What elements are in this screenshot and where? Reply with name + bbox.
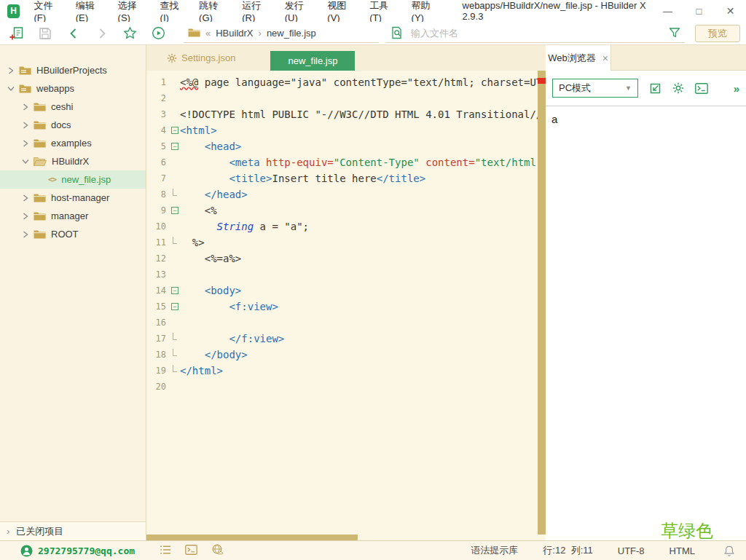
menu-view[interactable]: 视图(V)	[320, 0, 362, 23]
code-line-14[interactable]: 14− <body>	[146, 283, 546, 299]
navigate-forward-button[interactable]	[93, 24, 111, 43]
tree-item-HBuilderProjects[interactable]: HBuilderProjects	[0, 61, 146, 79]
tree-item-docs[interactable]: docs	[0, 116, 146, 134]
menu-file[interactable]: 文件(F)	[26, 0, 68, 23]
tree-item-webapps[interactable]: webapps	[0, 79, 146, 98]
horizontal-scrollbar[interactable]	[146, 535, 358, 540]
code-line-11[interactable]: 11 %>	[146, 234, 546, 251]
tree-chevron[interactable]	[19, 140, 31, 147]
tree-item-manager[interactable]: manager	[0, 207, 146, 225]
breadcrumb-current[interactable]: new_file.jsp	[267, 28, 316, 39]
line-number: 2	[146, 93, 170, 103]
breadcrumb-collapse-icon[interactable]: «	[205, 28, 211, 39]
tree-chevron[interactable]	[19, 122, 31, 129]
new-file-button[interactable]	[7, 24, 25, 43]
tree-chevron[interactable]	[4, 67, 17, 74]
maximize-button[interactable]: □	[683, 6, 715, 17]
menu-publish[interactable]: 发行(U)	[278, 0, 321, 23]
code-line-3[interactable]: 3<!DOCTYPE html PUBLIC "-//W3C//DTD HTML…	[146, 106, 546, 122]
fold-collapse-icon[interactable]: −	[171, 303, 178, 310]
menu-edit[interactable]: 编辑(E)	[68, 0, 111, 23]
code-line-1[interactable]: 1<%@ page language="java" contentType="t…	[146, 74, 546, 90]
code-line-9[interactable]: 9− <%	[146, 202, 546, 218]
code-line-12[interactable]: 12 <%=a%>	[146, 251, 546, 267]
outline-button[interactable]	[160, 545, 171, 557]
code-line-17[interactable]: 17 </f:view>	[146, 331, 546, 347]
search-input[interactable]	[411, 28, 661, 39]
menu-tools[interactable]: 工具(T)	[362, 0, 404, 23]
terminal-button[interactable]	[185, 545, 197, 557]
tree-item-new_file.jsp[interactable]: <>new_file.jsp	[0, 170, 146, 189]
file-search-box	[386, 24, 685, 43]
filetype-item[interactable]: HTML	[670, 545, 695, 556]
browser-settings-button[interactable]	[672, 82, 684, 94]
syntax-lib-item[interactable]: 语法提示库	[471, 544, 518, 557]
code-line-7[interactable]: 7 <title>Insert title here</title>	[146, 170, 546, 186]
rendered-page-text: a	[551, 113, 557, 125]
tree-item-HBuildrX[interactable]: HBuildrX	[0, 152, 146, 170]
closed-projects-row[interactable]: › 已关闭项目	[0, 521, 146, 540]
fold-gutter: −	[170, 143, 180, 150]
vertical-scrollbar[interactable]	[538, 71, 546, 535]
code-line-5[interactable]: 5− <head>	[146, 138, 546, 154]
save-button[interactable]	[36, 24, 54, 43]
fold-collapse-icon[interactable]: −	[171, 127, 178, 134]
fold-collapse-icon[interactable]: −	[171, 143, 178, 150]
code-line-10[interactable]: 10 String a = "a";	[146, 218, 546, 234]
chevron-right-icon	[23, 213, 28, 220]
tree-item-examples[interactable]: examples	[0, 134, 146, 152]
run-button[interactable]	[149, 24, 168, 43]
code-line-20[interactable]: 20	[146, 379, 546, 395]
notifications-button[interactable]	[724, 545, 734, 556]
bookmark-button[interactable]	[121, 24, 139, 43]
tree-chevron[interactable]	[4, 86, 17, 92]
console-button[interactable]	[695, 83, 708, 94]
code-line-13[interactable]: 13	[146, 267, 546, 283]
tree-item-ceshi[interactable]: ceshi	[0, 98, 146, 116]
menu-goto[interactable]: 跳转(G)	[192, 0, 235, 23]
account-item[interactable]: 2972795779@qq.com	[20, 545, 135, 557]
code-line-18[interactable]: 18 </body>	[146, 347, 546, 363]
close-button[interactable]: ✕	[715, 5, 746, 17]
code-text: <%@ page language="java" contentType="te…	[180, 76, 546, 88]
code-line-15[interactable]: 15− <f:view>	[146, 299, 546, 315]
tree-chevron[interactable]	[19, 194, 31, 202]
close-tab-icon[interactable]: ×	[602, 52, 608, 64]
navigate-back-button[interactable]	[64, 24, 82, 43]
minimize-button[interactable]: —	[652, 6, 683, 17]
breadcrumb-root[interactable]: HBuildrX	[216, 28, 253, 39]
tab-web-browser[interactable]: Web浏览器 ×	[546, 45, 611, 71]
fold-end-mark	[173, 237, 177, 244]
tree-chevron[interactable]	[19, 103, 31, 111]
tree-chevron[interactable]	[19, 213, 31, 220]
code-line-8[interactable]: 8 </head>	[146, 186, 546, 202]
tab-settings-json[interactable]: Settings.json	[157, 45, 246, 71]
cursor-position-item[interactable]: 行:12 列:11	[543, 544, 592, 557]
open-in-browser-button[interactable]	[649, 82, 661, 95]
tree-item-host-manager[interactable]: host-manager	[0, 189, 146, 207]
preview-button[interactable]: 预览	[695, 25, 740, 42]
code-line-19[interactable]: 19</html>	[146, 363, 546, 379]
code-line-6[interactable]: 6 <meta http-equiv="Content-Type" conten…	[146, 154, 546, 170]
mode-select-value: PC模式	[559, 82, 591, 95]
menu-help[interactable]: 帮助(Y)	[404, 0, 447, 23]
tree-chevron[interactable]	[19, 159, 31, 165]
tree-item-ROOT[interactable]: ROOT	[0, 225, 146, 243]
builtin-browser-button[interactable]	[211, 544, 224, 557]
code-line-4[interactable]: 4−<html>	[146, 122, 546, 138]
code-line-16[interactable]: 16	[146, 315, 546, 331]
encoding-item[interactable]: UTF-8	[618, 545, 645, 556]
fold-collapse-icon[interactable]: −	[171, 287, 178, 294]
menu-find[interactable]: 查找(I)	[153, 0, 192, 23]
mode-select-dropdown[interactable]: PC模式 ▼	[552, 79, 638, 98]
tree-chevron[interactable]	[19, 231, 31, 238]
code-line-2[interactable]: 2	[146, 90, 546, 106]
breadcrumb[interactable]: « HBuildrX › new_file.jsp	[184, 24, 379, 43]
menu-run[interactable]: 运行(R)	[235, 0, 278, 23]
menu-select[interactable]: 选择(S)	[111, 0, 153, 23]
code-area[interactable]: 1<%@ page language="java" contentType="t…	[146, 71, 546, 540]
more-actions-button[interactable]: »	[734, 82, 739, 95]
fold-collapse-icon[interactable]: −	[171, 207, 178, 214]
filter-icon[interactable]	[669, 27, 680, 39]
tab-new-file-jsp[interactable]: new_file.jsp	[270, 51, 355, 71]
